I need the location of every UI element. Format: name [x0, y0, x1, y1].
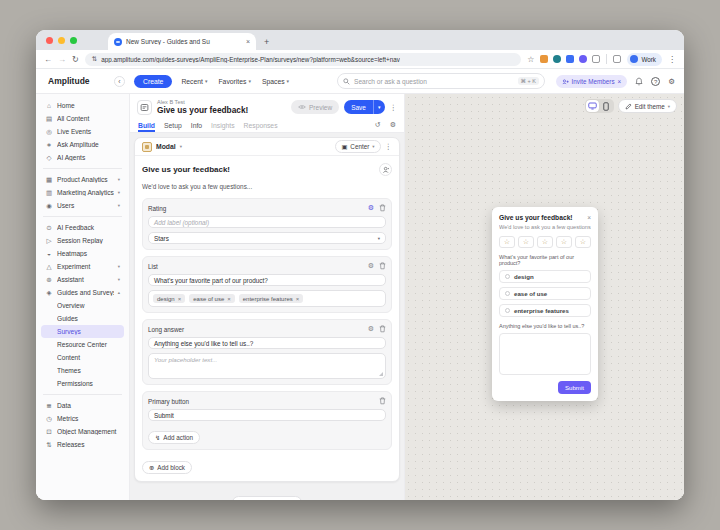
sidebar-item-heatmaps[interactable]: ◒Heatmaps [41, 247, 124, 260]
sidebar-item-experiment[interactable]: △Experiment▾ [41, 260, 124, 273]
sidebar-item-session-replay[interactable]: ▷Session Replay [41, 234, 124, 247]
option-ease-of-use[interactable]: ease of use [499, 287, 591, 300]
page-title[interactable]: Give us your feedback! [157, 105, 286, 115]
menu-favorites[interactable]: Favorites▾ [218, 78, 250, 85]
rating-settings-gear-icon[interactable]: ⚙ [368, 204, 374, 212]
menu-spaces[interactable]: Spaces▾ [262, 78, 289, 85]
browser-menu-icon[interactable]: ⋮ [668, 55, 676, 64]
menu-recent[interactable]: Recent▾ [181, 78, 207, 85]
tab-build[interactable]: Build [138, 122, 155, 132]
long-answer-placeholder-textarea[interactable]: Your placeholder text... [148, 353, 386, 379]
close-window-button[interactable] [46, 37, 53, 44]
sidebar-item-ai-agents[interactable]: ◇AI Agents [41, 151, 124, 164]
extensions-puzzle-icon[interactable] [592, 55, 600, 63]
sidebar-item-ask-amplitude[interactable]: ∗Ask Amplitude [41, 138, 124, 151]
star-rating-button[interactable]: ☆ [499, 236, 515, 248]
save-button[interactable]: Save [344, 100, 373, 114]
preview-button[interactable]: Preview [291, 100, 339, 114]
sidebar-item-ai-feedback[interactable]: ⊙AI Feedback [41, 221, 124, 234]
submit-button[interactable]: Submit [558, 381, 591, 394]
sidebar-item-product-analytics[interactable]: ▦Product Analytics▾ [41, 173, 124, 186]
rating-label-input[interactable]: Add label (optional) [148, 216, 386, 228]
option-enterprise-features[interactable]: enterprise features [499, 304, 591, 317]
option-design[interactable]: design [499, 270, 591, 283]
rating-type-select[interactable]: Stars▾ [148, 232, 386, 244]
maximize-window-button[interactable] [70, 37, 77, 44]
sidebar-item-themes[interactable]: Themes [41, 364, 124, 377]
step-type-label[interactable]: Modal [156, 143, 176, 150]
minimize-window-button[interactable] [58, 37, 65, 44]
desktop-preview-button[interactable] [586, 100, 599, 112]
preview-close-icon[interactable]: × [587, 214, 591, 221]
tab-insights[interactable]: Insights [211, 122, 234, 132]
sidebar-item-marketing-analytics[interactable]: ▥Marketing Analytics▾ [41, 186, 124, 199]
sidebar-item-data[interactable]: ≣Data [41, 399, 124, 412]
sidebar-item-releases[interactable]: ⇅Releases [41, 438, 124, 451]
browser-profile-button[interactable]: Work [627, 53, 662, 66]
remove-tag-icon[interactable]: × [178, 296, 182, 302]
step-menu-icon[interactable]: ⋮ [385, 142, 393, 151]
sidebar-item-content[interactable]: Content [41, 351, 124, 364]
star-rating-button[interactable]: ☆ [518, 236, 534, 248]
list-settings-gear-icon[interactable]: ⚙ [368, 262, 374, 270]
survey-card-title[interactable]: Give us your feedback! [142, 165, 379, 174]
star-rating-button[interactable]: ☆ [556, 236, 572, 248]
sidebar-item-permissions[interactable]: Permissions [41, 377, 124, 390]
sidebar-item-surveys[interactable]: Surveys [41, 325, 124, 338]
sidebar-item-overview[interactable]: Overview [41, 299, 124, 312]
extension-icon-indigo[interactable] [579, 55, 587, 63]
site-settings-icon[interactable]: ⇅ [92, 55, 97, 63]
personalize-button[interactable] [379, 163, 392, 176]
sidebar-item-live-events[interactable]: ◎Live Events [41, 125, 124, 138]
edit-theme-button[interactable]: Edit theme ▾ [618, 99, 677, 113]
survey-menu-icon[interactable]: ⋮ [390, 103, 398, 112]
create-button[interactable]: Create [134, 75, 172, 88]
add-action-button[interactable]: ↯Add action [148, 431, 200, 444]
sidebar-item-users[interactable]: ◉Users▾ [41, 199, 124, 212]
rating-trash-icon[interactable] [379, 204, 386, 212]
preview-long-answer-textarea[interactable] [499, 333, 591, 375]
list-trash-icon[interactable] [379, 262, 386, 270]
primary-button-trash-icon[interactable] [379, 397, 386, 405]
long-answer-settings-gear-icon[interactable]: ⚙ [368, 325, 374, 333]
tab-close-icon[interactable]: × [246, 38, 250, 45]
url-bar[interactable]: ⇅ app.amplitude.com/guides-surveys/Ampli… [85, 53, 522, 66]
builder-settings-gear-icon[interactable]: ⚙ [390, 121, 396, 132]
star-rating-button[interactable]: ☆ [537, 236, 553, 248]
collapse-sidebar-button[interactable]: ‹ [114, 76, 125, 87]
back-icon[interactable]: ← [44, 55, 52, 64]
remove-tag-icon[interactable]: × [227, 296, 231, 302]
notifications-bell-icon[interactable] [635, 77, 643, 86]
sidebar-item-metrics[interactable]: ◷Metrics [41, 412, 124, 425]
extension-icon-blue[interactable] [566, 55, 574, 63]
tab-info[interactable]: Info [191, 122, 202, 132]
long-answer-trash-icon[interactable] [379, 325, 386, 333]
survey-card-subtitle[interactable]: We'd love to ask you a few questions... [142, 183, 392, 190]
tab-responses[interactable]: Responses [244, 122, 278, 132]
sidebar-item-object-management[interactable]: ⊡Object Management [41, 425, 124, 438]
extension-icon-orange[interactable] [540, 55, 548, 63]
tab-search-icon[interactable] [613, 55, 621, 63]
sidebar-item-assistant[interactable]: ⊛Assistant▾ [41, 273, 124, 286]
remove-tag-icon[interactable]: × [296, 296, 300, 302]
sidebar-item-all-content[interactable]: ▤All Content [41, 112, 124, 125]
sidebar-item-home[interactable]: ⌂Home [41, 99, 124, 112]
star-rating-button[interactable]: ☆ [575, 236, 591, 248]
sidebar-item-guides[interactable]: Guides [41, 312, 124, 325]
dismiss-invite-icon[interactable]: × [618, 78, 622, 85]
save-options-chevron-icon[interactable]: ▾ [373, 100, 385, 114]
sidebar-item-resource-center[interactable]: Resource Center [41, 338, 124, 351]
version-history-icon[interactable]: ↺ [375, 121, 381, 132]
invite-members-button[interactable]: Invite Members × [556, 75, 628, 88]
bookmark-star-icon[interactable]: ☆ [527, 55, 534, 64]
refresh-icon[interactable]: ↻ [72, 55, 79, 64]
mobile-preview-button[interactable] [600, 100, 613, 112]
position-selector[interactable]: ▣ Center ▾ [335, 140, 380, 153]
add-another-step-button[interactable]: ⊕Add another step [232, 496, 302, 500]
search-input[interactable]: Search or ask a question ⌘ + K [337, 73, 545, 89]
list-options-input[interactable]: design× ease of use× enterprise features… [148, 290, 386, 307]
button-text-input[interactable]: Submit [148, 409, 386, 421]
settings-gear-icon[interactable]: ⚙ [668, 77, 675, 86]
add-block-button[interactable]: ⊕Add block [142, 461, 192, 474]
resize-handle[interactable] [379, 372, 383, 376]
